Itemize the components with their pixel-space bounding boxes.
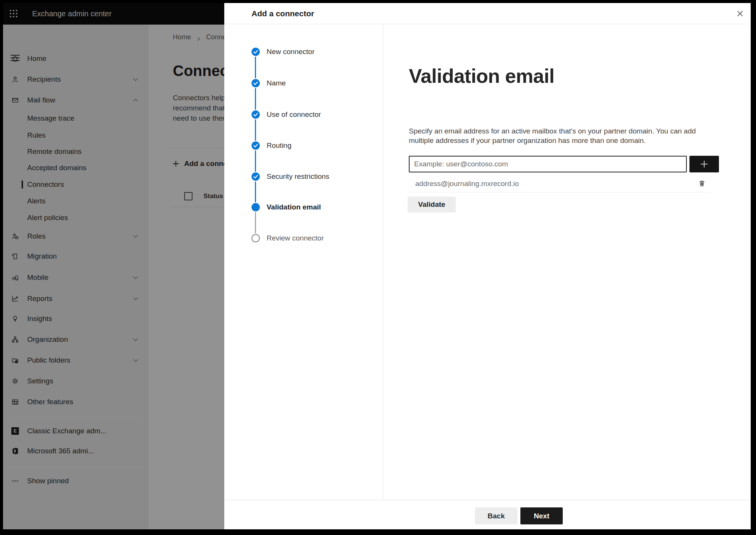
dialog-header-divider [224,24,751,24]
step-review-connector[interactable]: Review connector [224,230,383,247]
step-label: New connector [267,48,315,56]
step-security-restrictions[interactable]: Security restrictions [224,168,383,185]
validation-email-input[interactable] [409,156,687,172]
step-todo-icon [251,234,260,242]
step-label: Validation email [267,203,321,211]
step-label: Review connector [267,234,324,242]
step-use-of-connector[interactable]: Use of connector [224,106,383,123]
step-description: Specify an email address for an active m… [409,126,696,145]
app-frame: Exchange admin center HomeRecipientsMail… [0,0,756,535]
validate-button[interactable]: Validate [408,197,456,212]
step-check-icon [251,79,260,87]
close-icon[interactable] [734,8,746,20]
address-row-divider [409,192,710,192]
step-routing[interactable]: Routing [224,137,383,154]
step-label: Security restrictions [267,172,329,181]
step-new-connector[interactable]: New connector [224,43,383,60]
step-label: Routing [267,141,292,150]
add-connector-dialog: Add a connector New connectorNameUse of … [224,3,751,529]
step-check-icon [251,141,260,150]
step-label: Name [267,79,286,87]
dialog-title: Add a connector [251,9,314,18]
next-button[interactable]: Next [520,507,563,524]
address-text: address@journaling.mxrecord.io [415,180,696,188]
step-heading: Validation email [409,65,554,87]
steps-panel-divider [383,24,383,500]
step-label: Use of connector [267,110,321,119]
delete-address-button[interactable] [696,178,708,190]
step-check-icon [251,48,260,56]
back-button[interactable]: Back [475,507,517,524]
step-validation-email[interactable]: Validation email [224,199,383,216]
add-email-button[interactable] [689,156,719,172]
step-current-icon [251,203,260,211]
step-name[interactable]: Name [224,75,383,91]
screen: Exchange admin center HomeRecipientsMail… [3,3,751,529]
step-check-icon [251,172,260,181]
step-check-icon [251,110,260,119]
dialog-footer-divider [224,500,751,500]
address-row: address@journaling.mxrecord.io [409,175,710,192]
